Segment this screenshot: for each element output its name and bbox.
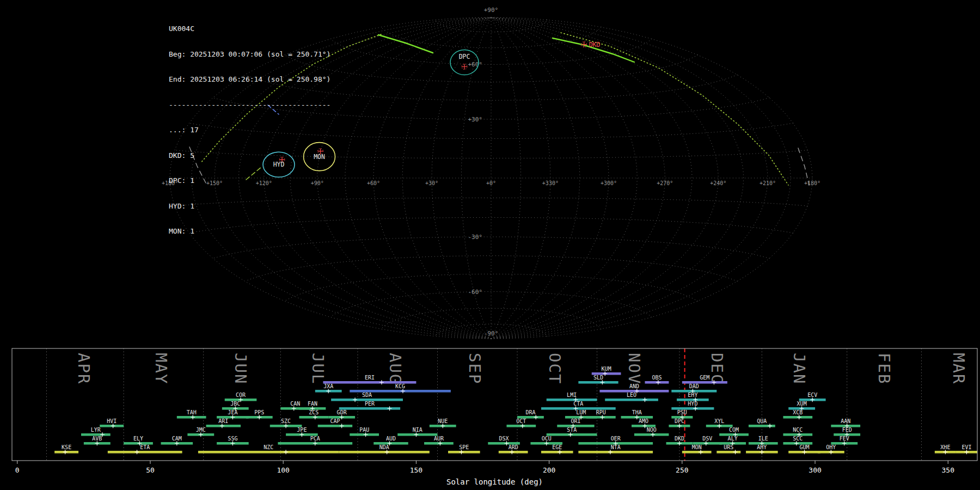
month-label: MAR — [950, 353, 968, 384]
parallel-line — [285, 274, 698, 301]
shower-cam: CAM — [161, 436, 193, 445]
shower-pca: PCA — [278, 436, 352, 445]
shower-label: SCC — [793, 436, 803, 442]
shower-nia: NIA — [397, 427, 437, 437]
shower-nda: NDA — [339, 444, 430, 454]
peak-marker — [677, 424, 682, 428]
shower-label: XCB — [793, 409, 803, 415]
longitude-label: +330° — [542, 180, 559, 186]
peak-marker — [414, 432, 418, 437]
shower-label: JMC — [196, 427, 206, 433]
shower-label: AND — [629, 383, 639, 389]
month-label: FEB — [875, 353, 893, 384]
month-label: MAY — [152, 353, 170, 384]
shower-label: HVI — [107, 418, 117, 424]
shower-cap: CAP — [318, 418, 352, 428]
shower-bar — [578, 451, 653, 454]
peak-marker — [693, 406, 697, 411]
peak-marker — [292, 406, 296, 411]
shower-label: KSE — [62, 444, 71, 450]
observation-info-block: UK004C Beg: 20251203 00:07:06 (sol = 250… — [169, 8, 330, 253]
shower-label: ZCS — [309, 409, 318, 415]
shower-label: DRA — [525, 409, 535, 415]
shower-label: NOO — [647, 427, 657, 433]
shower-urs: URS — [716, 444, 740, 454]
peak-marker — [759, 450, 764, 454]
latitude-label: +30° — [468, 116, 483, 123]
shower-label: JEA — [228, 409, 237, 415]
shower-label: SPE — [459, 444, 469, 450]
shower-label: LEO — [627, 392, 636, 398]
axis-tick-label: 350 — [942, 466, 954, 474]
shower-bar — [578, 381, 618, 384]
longitude-label: +300° — [601, 180, 617, 186]
shower-label: OCT — [516, 418, 526, 424]
shower-label: CAP — [330, 418, 340, 424]
shower-gum: GUM — [788, 444, 820, 454]
meridian-line — [317, 17, 491, 339]
shower-label: KCG — [395, 383, 405, 389]
peak-marker — [699, 450, 703, 454]
shower-dkd: DKD — [666, 436, 693, 445]
shower-jxa: JXA — [315, 383, 342, 393]
station-id: UK004C — [169, 24, 330, 33]
shower-label: TAH — [187, 409, 197, 415]
longitude-label: +270° — [657, 180, 673, 186]
peak-marker — [379, 380, 384, 384]
peak-marker — [191, 415, 195, 419]
peak-marker — [284, 450, 288, 454]
shower-label: ARD — [509, 444, 518, 450]
peak-marker — [135, 450, 139, 454]
peak-marker — [175, 441, 179, 445]
peak-marker — [600, 415, 604, 419]
count-row-dpc: DPC: 1 — [169, 176, 330, 185]
peak-marker — [600, 380, 604, 384]
shower-label: SZC — [281, 418, 291, 424]
shower-label: ECV — [807, 392, 817, 398]
radiant-dkd: DKD — [581, 41, 601, 48]
latitude-label: +60° — [468, 61, 483, 68]
radiant-label: DKD — [589, 41, 601, 48]
shower-label: KUM — [602, 366, 611, 372]
peak-marker — [534, 415, 538, 419]
shower-dpc: DPC — [669, 418, 690, 428]
shower-label: FED — [842, 427, 852, 433]
peak-marker — [603, 371, 607, 376]
shower-label: LYR — [91, 427, 101, 433]
shower-leo: LEO — [605, 392, 658, 402]
shower-label: ERI — [365, 375, 375, 381]
peak-marker — [111, 424, 115, 428]
peak-marker — [313, 415, 317, 419]
shower-label: COM — [729, 427, 739, 433]
peak-marker — [438, 441, 442, 445]
shower-label: EGE — [552, 444, 562, 450]
longitude-label: +0° — [486, 180, 496, 186]
x-axis: 050100150200250300350Solar longitude (de… — [15, 461, 954, 486]
shower-bar — [541, 451, 573, 454]
shower-label: RPU — [596, 409, 606, 415]
peak-marker — [733, 450, 738, 454]
shower-per: PER — [339, 401, 400, 411]
shower-bars: KUMERISLDOBSGEMJXAKCGANDDADCORSDALMILEOE… — [54, 366, 977, 454]
peak-marker — [964, 450, 969, 454]
shower-label: SLD — [593, 375, 603, 381]
month-label: DEC — [708, 353, 726, 384]
shower-xhe: XHE — [935, 444, 956, 454]
peak-marker — [803, 450, 807, 454]
meridian-line — [491, 17, 791, 339]
shower-ssg: SSG — [217, 436, 249, 445]
shower-label: XHE — [940, 444, 950, 450]
longitude-label: +240° — [710, 180, 726, 186]
dashed-arc-right-gray — [798, 148, 809, 185]
peak-marker — [257, 415, 261, 419]
shower-ari: ARI — [206, 418, 241, 428]
shower-rpu: RPU — [586, 409, 616, 419]
shower-bar — [547, 399, 597, 401]
axis-tick-label: 250 — [676, 466, 688, 474]
month-label: AUG — [386, 353, 405, 384]
begin-time-line: Beg: 20251203 00:07:06 (sol = 250.71°) — [169, 50, 330, 59]
sky-map: +90°-90°+60°+30°-30°-60°+180°+150°+120°+… — [0, 0, 980, 348]
shower-label: MON — [692, 444, 702, 450]
axis-tick-label: 0 — [15, 466, 20, 474]
shower-label: PAU — [359, 427, 369, 433]
